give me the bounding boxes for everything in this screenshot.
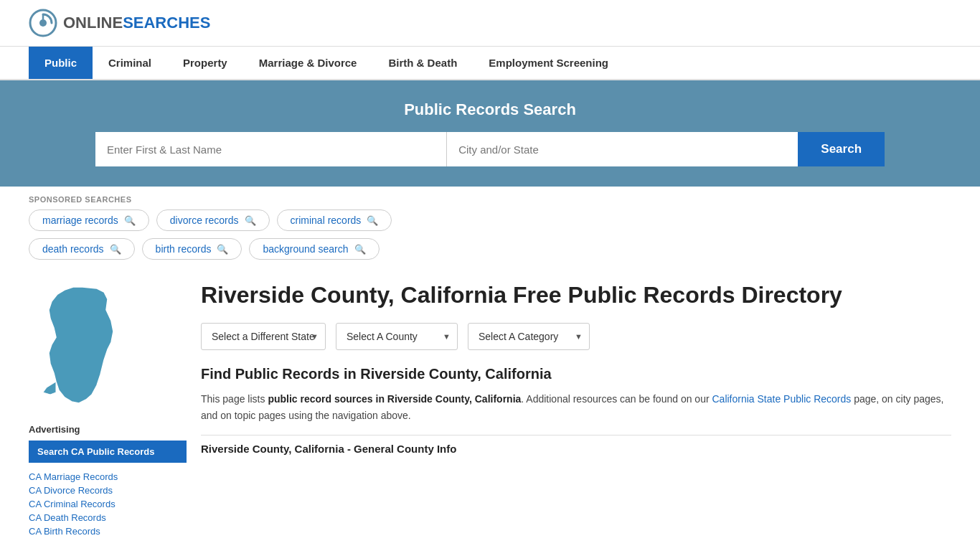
- ca-state-link[interactable]: California State Public Records: [712, 393, 852, 405]
- content-wrapper: Advertising Search CA Public Records CA …: [0, 267, 980, 551]
- main-nav: Public Criminal Property Marriage & Divo…: [0, 47, 980, 80]
- nav-item-public[interactable]: Public: [29, 47, 93, 79]
- body-bold-1: public record sources in Riverside Count…: [268, 393, 521, 405]
- state-dropdown-wrapper: Select a Different State: [201, 323, 326, 350]
- body-text-1: This page lists: [201, 393, 268, 405]
- sponsored-label: SPONSORED SEARCHES: [29, 195, 951, 204]
- page-title: Riverside County, California Free Public…: [201, 281, 951, 309]
- tag-label: marriage records: [42, 215, 118, 226]
- nav-item-employment[interactable]: Employment Screening: [473, 47, 624, 79]
- intro-paragraph: This page lists public record sources in…: [201, 391, 951, 423]
- dropdowns-row: Select a Different State Select A County…: [201, 323, 951, 350]
- state-dropdown[interactable]: Select a Different State: [201, 323, 326, 350]
- logo-text: ONLINESEARCHES: [63, 14, 210, 32]
- search-icon-4: 🔍: [110, 244, 121, 255]
- tag-divorce-records[interactable]: divorce records 🔍: [156, 209, 270, 231]
- nav-item-property[interactable]: Property: [167, 47, 243, 79]
- sidebar-link-marriage[interactable]: CA Marriage Records: [29, 471, 187, 482]
- section-divider: [201, 435, 951, 435]
- svg-point-1: [39, 19, 47, 27]
- search-icon-5: 🔍: [217, 244, 228, 255]
- name-input[interactable]: [95, 132, 447, 166]
- location-input[interactable]: [447, 132, 798, 166]
- category-dropdown-wrapper: Select A Category: [468, 323, 590, 350]
- sponsored-row-2: death records 🔍 birth records 🔍 backgrou…: [29, 238, 951, 260]
- tag-death-records[interactable]: death records 🔍: [29, 238, 135, 260]
- california-map: [29, 281, 122, 413]
- tag-label: criminal records: [291, 215, 362, 226]
- sidebar-advertising-label: Advertising: [29, 424, 187, 435]
- banner-title: Public Records Search: [29, 100, 951, 119]
- sponsored-section: SPONSORED SEARCHES marriage records 🔍 di…: [0, 187, 980, 260]
- sidebar-link-criminal[interactable]: CA Criminal Records: [29, 499, 187, 509]
- logo-icon: [29, 9, 57, 37]
- main-content: Riverside County, California Free Public…: [201, 281, 951, 540]
- body-text-2: . Additional resources can be found on o…: [521, 393, 712, 405]
- category-dropdown[interactable]: Select A Category: [468, 323, 590, 350]
- sidebar-link-death[interactable]: CA Death Records: [29, 512, 187, 523]
- search-banner: Public Records Search Search: [0, 80, 980, 187]
- search-form: Search: [95, 132, 885, 166]
- site-header: ONLINESEARCHES: [0, 0, 980, 47]
- sidebar-ad-box[interactable]: Search CA Public Records: [29, 441, 187, 463]
- ca-map-svg: [29, 281, 122, 410]
- sidebar-link-birth[interactable]: CA Birth Records: [29, 526, 187, 537]
- logo[interactable]: ONLINESEARCHES: [29, 9, 210, 37]
- tag-label: divorce records: [170, 215, 239, 226]
- tag-criminal-records[interactable]: criminal records 🔍: [277, 209, 392, 231]
- county-dropdown[interactable]: Select A County: [336, 323, 458, 350]
- sidebar: Advertising Search CA Public Records CA …: [29, 281, 187, 540]
- nav-item-birth-death[interactable]: Birth & Death: [372, 47, 473, 79]
- sidebar-link-divorce[interactable]: CA Divorce Records: [29, 485, 187, 496]
- sponsored-row-1: marriage records 🔍 divorce records 🔍 cri…: [29, 209, 951, 231]
- tag-birth-records[interactable]: birth records 🔍: [142, 238, 242, 260]
- tag-marriage-records[interactable]: marriage records 🔍: [29, 209, 149, 231]
- search-icon-3: 🔍: [367, 215, 378, 226]
- county-dropdown-wrapper: Select A County: [336, 323, 458, 350]
- search-icon-1: 🔍: [124, 215, 136, 226]
- tag-label: background search: [263, 243, 348, 255]
- search-button[interactable]: Search: [798, 132, 885, 166]
- nav-item-criminal[interactable]: Criminal: [93, 47, 167, 79]
- tag-label: death records: [42, 243, 104, 255]
- find-records-heading: Find Public Records in Riverside County,…: [201, 366, 951, 382]
- search-icon-6: 🔍: [354, 244, 366, 255]
- nav-item-marriage-divorce[interactable]: Marriage & Divorce: [243, 47, 373, 79]
- tag-label: birth records: [156, 243, 212, 255]
- general-info-heading: Riverside County, California - General C…: [201, 443, 951, 455]
- tag-background-search[interactable]: background search 🔍: [249, 238, 379, 260]
- below-banner: SPONSORED SEARCHES marriage records 🔍 di…: [0, 187, 980, 551]
- search-icon-2: 🔍: [245, 215, 256, 226]
